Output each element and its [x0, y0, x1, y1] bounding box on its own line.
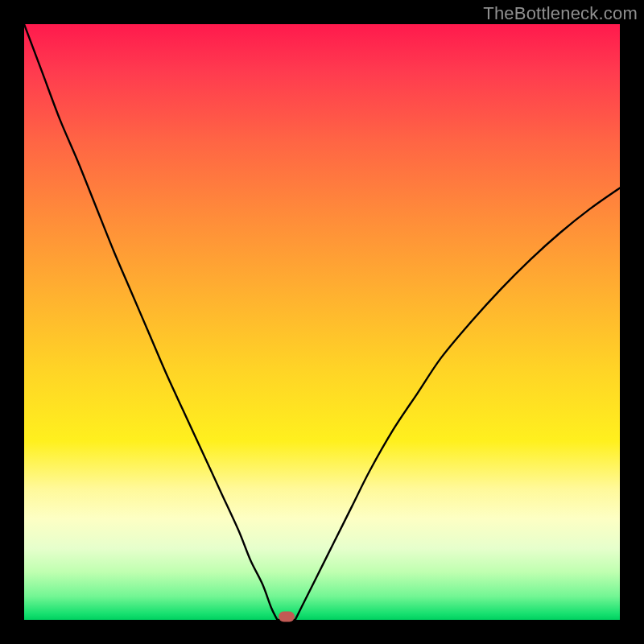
optimal-point-marker [279, 612, 295, 622]
watermark-text: TheBottleneck.com [483, 3, 638, 24]
plot-area [24, 24, 620, 620]
bottleneck-curve [24, 24, 620, 620]
chart-frame: TheBottleneck.com [0, 0, 644, 644]
